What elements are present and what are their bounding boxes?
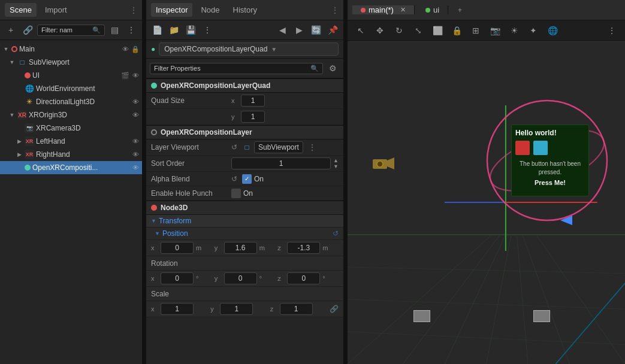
tree-item-dirlight[interactable]: ✳ DirectionalLight3D 👁	[0, 95, 142, 108]
rot-y-field[interactable]: 0	[224, 272, 257, 284]
node-type-dropdown[interactable]: OpenXRCompositionLayerQuad ▼	[159, 43, 339, 56]
viewport-dots[interactable]: ⋮	[306, 142, 319, 152]
scale-z-field[interactable]: 1	[280, 303, 313, 315]
pos-z-field[interactable]: -1.3	[287, 242, 320, 254]
inspector-panel-menu[interactable]: ⋮	[331, 6, 339, 14]
vp-rotate-btn[interactable]: ↻	[391, 22, 407, 39]
inspector-next[interactable]: ▶	[292, 23, 306, 37]
scale-z-group: z 1	[270, 303, 327, 315]
scene-panel: + 🔗 Filter: nam 🔍 ▤ ⋮ ▼ Main 👁 🔒	[0, 20, 143, 364]
scale-x-field[interactable]: 1	[161, 303, 194, 315]
inspector-pin[interactable]: 📌	[325, 23, 340, 37]
reset-viewport-icon[interactable]: ↺	[231, 143, 237, 151]
vp-lock-btn[interactable]: 🔒	[448, 22, 465, 39]
lock-icon-main[interactable]: 🔒	[131, 46, 140, 53]
inspector-save[interactable]: 💾	[183, 23, 198, 37]
eye-icon-ui[interactable]: 👁	[131, 72, 140, 80]
import-panel-tab[interactable]: Import	[40, 3, 72, 17]
inspector-prev[interactable]: ◀	[275, 23, 289, 37]
scale-x-axis: x	[151, 305, 158, 313]
tree-item-ui[interactable]: UI 🎬 👁	[0, 69, 142, 82]
svg-marker-20	[387, 157, 394, 169]
add-tab-button[interactable]: +	[451, 6, 469, 14]
vp-fx-btn[interactable]: ✦	[525, 22, 542, 39]
search-icon[interactable]: 🔍	[92, 26, 101, 34]
inspector-history[interactable]: 🔄	[309, 23, 323, 37]
scene-panel-tab[interactable]: Scene	[5, 3, 37, 17]
tree-item-xrcamera[interactable]: 📷 XRCamera3D	[0, 122, 142, 135]
vp-select-btn[interactable]: ⬜	[429, 22, 446, 39]
node-type-icon: ●	[151, 45, 155, 53]
main-tab[interactable]: main(*) ✕	[352, 5, 415, 14]
rot-x-unit: °	[196, 275, 198, 282]
filter-input[interactable]: Filter Properties 🔍	[150, 63, 323, 74]
tree-item-xrorigin[interactable]: ▼ XR XROrigin3D 👁	[0, 108, 142, 122]
tree-item-openxr[interactable]: OpenXRCompositi... 👁	[0, 161, 142, 174]
main-tab-bar: Scene Import ⋮ Inspector Node History ⋮ …	[0, 0, 625, 20]
section-node3d-label: Node3D	[161, 204, 188, 212]
vp-camera-btn[interactable]: 📷	[487, 22, 503, 39]
eye-icon-lefthand[interactable]: 👁	[131, 138, 140, 145]
inspector-toolbar: 📄 📁 💾 ⋮ ◀ ▶ 🔄 📌	[146, 20, 343, 40]
tree-item-lefthand[interactable]: ▶ XR LeftHand 👁	[0, 135, 142, 148]
vp-globe-btn[interactable]: 🌐	[544, 22, 561, 39]
inspector-more[interactable]: ⋮	[200, 23, 215, 37]
ui-button-row	[515, 141, 585, 155]
vp-more-btn[interactable]: ⋮	[603, 22, 620, 39]
vp-move-btn[interactable]: ✥	[372, 22, 388, 39]
node-tab[interactable]: Node	[196, 3, 224, 17]
position-arrow[interactable]: ▼	[155, 230, 160, 236]
section-dot-node3d	[151, 205, 157, 211]
pos-x-unit: m	[196, 244, 201, 251]
inspector-tab[interactable]: Inspector	[151, 3, 192, 17]
rot-z-field[interactable]: 0	[287, 272, 320, 284]
link-node-button[interactable]: 🔗	[20, 23, 35, 37]
xr-icon: XR	[17, 110, 27, 120]
rot-x-field[interactable]: 0	[161, 272, 194, 284]
eye-icon-dirlight[interactable]: 👁	[131, 98, 140, 105]
filter-settings-icon[interactable]: ⚙	[325, 61, 340, 75]
position-reset[interactable]: ↺	[333, 229, 339, 238]
scale-y-group: y 1	[210, 303, 267, 315]
checkbox-alpha[interactable]: ✓	[242, 174, 252, 184]
tree-item-main[interactable]: ▼ Main 👁 🔒	[0, 43, 142, 56]
scene-settings-icon[interactable]: ⋮	[124, 23, 138, 37]
rot-x-group: x 0 °	[151, 272, 212, 284]
vp-sun-btn[interactable]: ☀	[506, 22, 523, 39]
eye-icon-righthand[interactable]: 👁	[131, 151, 140, 158]
tree-item-righthand[interactable]: ▶ XR RightHand 👁	[0, 148, 142, 161]
pos-x-field[interactable]: 0	[161, 242, 194, 254]
viewport-dropdown[interactable]: SubViewport	[254, 141, 303, 153]
scale-z-axis: z	[270, 305, 277, 313]
vp-cursor-btn[interactable]: ↖	[352, 22, 369, 39]
ui-tab[interactable]: ui	[417, 5, 448, 14]
scene-filter-icon[interactable]: ▤	[107, 23, 122, 37]
scale-link-icon[interactable]: 🔗	[330, 305, 339, 313]
eye-icon-xrorigin[interactable]: 👁	[131, 111, 140, 119]
transform-arrow[interactable]: ▼	[151, 218, 156, 224]
add-node-button[interactable]: +	[4, 23, 18, 37]
node-dot-openxr	[25, 165, 31, 171]
prop-label-viewport: Layer Viewport	[151, 143, 229, 151]
tab-close-main[interactable]: ✕	[400, 6, 406, 14]
scene-panel-menu[interactable]: ⋮	[130, 6, 137, 14]
val-quad-y[interactable]: 1	[241, 111, 265, 123]
eye-icon-openxr[interactable]: 👁	[131, 164, 140, 171]
vp-group-btn[interactable]: ⊞	[467, 22, 484, 39]
arrow-xrorigin: ▼	[8, 111, 16, 119]
sortorder-arrows[interactable]: ▲▼	[333, 157, 339, 169]
inspector-icon2[interactable]: 📁	[167, 23, 181, 37]
history-tab[interactable]: History	[228, 3, 262, 17]
val-quad-x[interactable]: 1	[241, 95, 265, 107]
vp-scale-btn[interactable]: ⤡	[410, 22, 427, 39]
checkbox-holepunch[interactable]	[231, 189, 241, 198]
reset-alpha-icon[interactable]: ↺	[231, 175, 237, 183]
eye-icon-main[interactable]: 👁	[121, 46, 129, 53]
tree-item-subviewport[interactable]: ▼ □ SubViewport	[0, 56, 142, 69]
val-sortorder[interactable]: 1	[231, 157, 331, 169]
pos-y-field[interactable]: 1.6	[224, 242, 257, 254]
film-icon-ui[interactable]: 🎬	[121, 72, 129, 80]
tree-item-worldenv[interactable]: 🌐 WorldEnvironment	[0, 82, 142, 95]
scale-y-field[interactable]: 1	[220, 303, 253, 315]
inspector-icon1[interactable]: 📄	[150, 23, 164, 37]
